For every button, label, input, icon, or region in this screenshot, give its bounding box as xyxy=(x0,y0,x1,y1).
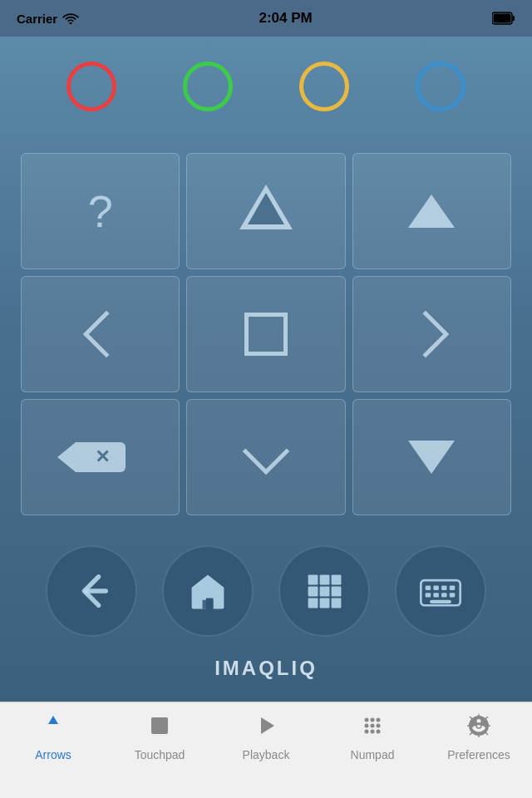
svg-point-30 xyxy=(365,724,369,728)
numpad-tab-icon xyxy=(361,714,384,743)
app-name: IMAQLIQ xyxy=(214,657,318,680)
svg-rect-16 xyxy=(433,586,438,590)
right-chevron-icon xyxy=(402,311,450,358)
tab-numpad[interactable]: Numpad xyxy=(319,711,426,761)
svg-rect-20 xyxy=(433,593,438,597)
status-time: 2:04 PM xyxy=(259,10,312,27)
svg-point-35 xyxy=(377,730,381,734)
preferences-tab-label: Preferences xyxy=(447,748,510,761)
red-circle-button[interactable] xyxy=(66,62,116,111)
backspace-x: ✕ xyxy=(95,446,110,468)
question-icon: ? xyxy=(88,185,113,237)
svg-marker-24 xyxy=(48,716,58,724)
backspace-button[interactable]: ✕ xyxy=(21,399,180,515)
tab-bar: Arrows Touchpad Playback xyxy=(0,702,532,798)
green-circle-button[interactable] xyxy=(183,62,233,111)
svg-point-0 xyxy=(70,22,72,25)
svg-marker-26 xyxy=(261,717,274,734)
playback-tab-icon xyxy=(254,714,278,743)
backspace-icon: ✕ xyxy=(76,442,126,472)
svg-rect-19 xyxy=(426,593,431,597)
svg-rect-2 xyxy=(512,16,515,21)
tab-arrows[interactable]: Arrows xyxy=(0,711,106,761)
svg-rect-7 xyxy=(332,575,342,585)
svg-rect-6 xyxy=(320,575,330,585)
status-bar: Carrier 2:04 PM xyxy=(0,0,532,37)
back-icon xyxy=(68,568,115,614)
right-button[interactable] xyxy=(352,276,511,392)
help-button[interactable]: ? xyxy=(21,153,180,269)
tab-preferences[interactable]: Preferences xyxy=(426,711,532,761)
svg-rect-22 xyxy=(450,593,455,597)
status-left: Carrier xyxy=(17,12,79,26)
wifi-icon xyxy=(62,12,79,24)
up-button[interactable] xyxy=(352,153,511,269)
down-button[interactable] xyxy=(352,399,511,515)
stop-icon xyxy=(244,313,288,356)
yellow-circle-button[interactable] xyxy=(299,62,349,111)
svg-rect-8 xyxy=(308,587,318,597)
down-chevron-button[interactable] xyxy=(186,399,345,515)
home-icon xyxy=(185,568,231,614)
tab-touchpad[interactable]: Touchpad xyxy=(106,711,213,761)
nav-up-icon xyxy=(239,185,293,238)
nav-up-button[interactable] xyxy=(186,153,345,269)
main-area: ? ✕ xyxy=(0,37,532,738)
round-buttons-row xyxy=(0,515,532,637)
back-button[interactable] xyxy=(46,545,137,637)
home-button[interactable] xyxy=(162,545,254,637)
keyboard-button[interactable] xyxy=(395,545,486,637)
svg-point-27 xyxy=(365,718,369,722)
svg-rect-18 xyxy=(450,586,455,590)
svg-rect-25 xyxy=(151,717,168,734)
svg-rect-21 xyxy=(441,593,446,597)
svg-point-34 xyxy=(371,730,375,734)
up-icon xyxy=(408,195,455,228)
svg-rect-13 xyxy=(332,598,342,608)
svg-rect-4 xyxy=(203,600,214,609)
preferences-tab-icon xyxy=(467,714,490,743)
blue-circle-button[interactable] xyxy=(416,62,466,111)
down-icon xyxy=(408,441,455,474)
svg-rect-9 xyxy=(320,587,330,597)
circles-row xyxy=(0,37,532,128)
svg-rect-11 xyxy=(308,598,318,608)
svg-rect-15 xyxy=(426,586,431,590)
svg-rect-17 xyxy=(441,586,446,590)
svg-point-32 xyxy=(377,724,381,728)
battery-icon xyxy=(492,12,515,25)
svg-rect-3 xyxy=(493,14,510,23)
left-button[interactable] xyxy=(21,276,180,392)
arrows-tab-icon xyxy=(42,714,65,743)
keyboard-icon xyxy=(417,568,464,614)
stop-button[interactable] xyxy=(186,276,345,392)
svg-point-31 xyxy=(371,724,375,728)
carrier-label: Carrier xyxy=(17,12,57,26)
numpad-tab-label: Numpad xyxy=(351,748,395,761)
apps-button[interactable] xyxy=(278,545,370,637)
touchpad-tab-label: Touchpad xyxy=(135,748,185,761)
arrows-tab-label: Arrows xyxy=(35,748,71,761)
control-grid: ? ✕ xyxy=(21,153,511,515)
svg-rect-12 xyxy=(320,598,330,608)
down-chevron-icon xyxy=(243,428,290,475)
apps-icon xyxy=(301,568,347,614)
svg-point-28 xyxy=(371,718,375,722)
tab-playback[interactable]: Playback xyxy=(213,711,319,761)
status-right xyxy=(492,12,515,25)
svg-rect-23 xyxy=(430,600,451,603)
left-chevron-icon xyxy=(82,311,130,358)
svg-rect-10 xyxy=(332,587,342,597)
playback-tab-label: Playback xyxy=(243,748,290,761)
svg-rect-5 xyxy=(308,575,318,585)
svg-point-29 xyxy=(377,718,381,722)
svg-point-33 xyxy=(365,730,369,734)
touchpad-tab-icon xyxy=(148,714,171,743)
